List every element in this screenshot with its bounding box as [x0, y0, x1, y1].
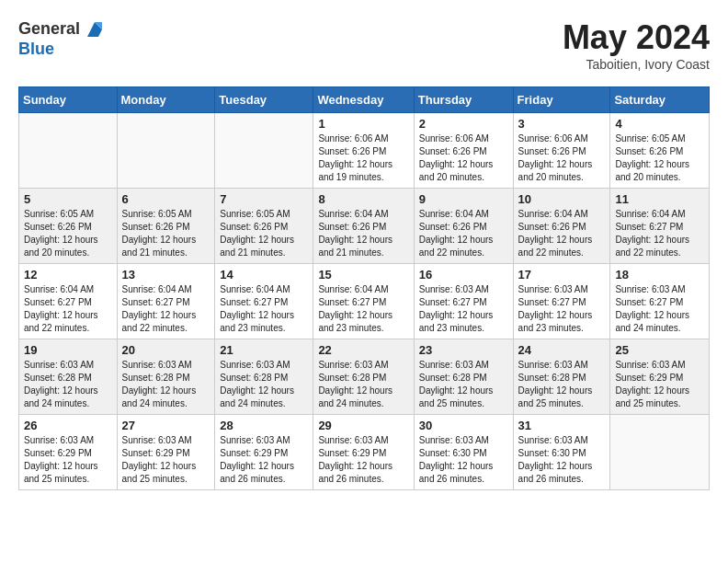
- day-info: Sunrise: 6:05 AM Sunset: 6:26 PM Dayligh…: [615, 132, 704, 184]
- calendar-cell: 18Sunrise: 6:03 AM Sunset: 6:27 PM Dayli…: [610, 264, 710, 339]
- day-number: 4: [615, 117, 704, 131]
- day-number: 20: [122, 343, 210, 357]
- calendar-cell: 16Sunrise: 6:03 AM Sunset: 6:27 PM Dayli…: [414, 264, 513, 339]
- day-info: Sunrise: 6:04 AM Sunset: 6:27 PM Dayligh…: [318, 283, 408, 335]
- calendar-cell: 28Sunrise: 6:03 AM Sunset: 6:29 PM Dayli…: [215, 415, 313, 490]
- day-number: 19: [24, 343, 112, 357]
- calendar-cell: 7Sunrise: 6:05 AM Sunset: 6:26 PM Daylig…: [215, 189, 313, 264]
- header: General Blue May 2024 Taboitien, Ivory C…: [18, 18, 710, 72]
- calendar-cell: 5Sunrise: 6:05 AM Sunset: 6:26 PM Daylig…: [19, 189, 118, 264]
- day-number: 21: [220, 343, 308, 357]
- day-info: Sunrise: 6:03 AM Sunset: 6:29 PM Dayligh…: [615, 359, 704, 410]
- day-info: Sunrise: 6:06 AM Sunset: 6:26 PM Dayligh…: [318, 132, 408, 184]
- day-number: 6: [122, 192, 210, 206]
- weekday-header-friday: Friday: [513, 87, 610, 113]
- day-info: Sunrise: 6:06 AM Sunset: 6:26 PM Dayligh…: [419, 132, 508, 184]
- calendar-week-row: 26Sunrise: 6:03 AM Sunset: 6:29 PM Dayli…: [19, 415, 710, 490]
- day-info: Sunrise: 6:04 AM Sunset: 6:26 PM Dayligh…: [318, 208, 408, 259]
- calendar-cell: 10Sunrise: 6:04 AM Sunset: 6:26 PM Dayli…: [513, 189, 610, 264]
- day-info: Sunrise: 6:03 AM Sunset: 6:30 PM Dayligh…: [518, 434, 606, 486]
- day-info: Sunrise: 6:06 AM Sunset: 6:26 PM Dayligh…: [518, 132, 606, 184]
- day-info: Sunrise: 6:03 AM Sunset: 6:30 PM Dayligh…: [419, 434, 508, 486]
- calendar-cell: [19, 113, 118, 189]
- day-info: Sunrise: 6:03 AM Sunset: 6:27 PM Dayligh…: [419, 283, 508, 335]
- day-number: 18: [615, 268, 704, 282]
- logo-general: General: [18, 20, 80, 39]
- day-info: Sunrise: 6:04 AM Sunset: 6:27 PM Dayligh…: [220, 283, 308, 335]
- day-number: 25: [615, 343, 704, 357]
- day-number: 13: [122, 268, 210, 282]
- day-info: Sunrise: 6:03 AM Sunset: 6:27 PM Dayligh…: [615, 283, 704, 335]
- day-info: Sunrise: 6:04 AM Sunset: 6:26 PM Dayligh…: [518, 208, 606, 259]
- page: General Blue May 2024 Taboitien, Ivory C…: [0, 0, 728, 509]
- calendar-cell: 6Sunrise: 6:05 AM Sunset: 6:26 PM Daylig…: [117, 189, 215, 264]
- day-number: 17: [518, 268, 606, 282]
- calendar-cell: 29Sunrise: 6:03 AM Sunset: 6:29 PM Dayli…: [313, 415, 414, 490]
- weekday-header-tuesday: Tuesday: [215, 87, 313, 113]
- calendar-cell: [215, 113, 313, 189]
- calendar-cell: 26Sunrise: 6:03 AM Sunset: 6:29 PM Dayli…: [19, 415, 118, 490]
- calendar-cell: 19Sunrise: 6:03 AM Sunset: 6:28 PM Dayli…: [19, 339, 118, 415]
- calendar-cell: 12Sunrise: 6:04 AM Sunset: 6:27 PM Dayli…: [19, 264, 118, 339]
- day-info: Sunrise: 6:03 AM Sunset: 6:29 PM Dayligh…: [220, 434, 308, 486]
- day-info: Sunrise: 6:03 AM Sunset: 6:28 PM Dayligh…: [518, 359, 606, 410]
- calendar-week-row: 5Sunrise: 6:05 AM Sunset: 6:26 PM Daylig…: [19, 189, 710, 264]
- day-number: 16: [419, 268, 508, 282]
- day-info: Sunrise: 6:04 AM Sunset: 6:27 PM Dayligh…: [24, 283, 112, 335]
- weekday-header-monday: Monday: [117, 87, 215, 113]
- calendar-cell: 27Sunrise: 6:03 AM Sunset: 6:29 PM Dayli…: [117, 415, 215, 490]
- calendar-cell: 23Sunrise: 6:03 AM Sunset: 6:28 PM Dayli…: [414, 339, 513, 415]
- calendar-cell: 15Sunrise: 6:04 AM Sunset: 6:27 PM Dayli…: [313, 264, 414, 339]
- day-number: 5: [24, 192, 112, 206]
- day-number: 12: [24, 268, 112, 282]
- day-number: 26: [24, 419, 112, 432]
- day-info: Sunrise: 6:04 AM Sunset: 6:26 PM Dayligh…: [419, 208, 508, 259]
- logo-blue: Blue: [18, 40, 106, 59]
- day-info: Sunrise: 6:03 AM Sunset: 6:28 PM Dayligh…: [220, 359, 308, 410]
- day-info: Sunrise: 6:03 AM Sunset: 6:28 PM Dayligh…: [122, 359, 210, 410]
- calendar-body: 1Sunrise: 6:06 AM Sunset: 6:26 PM Daylig…: [19, 113, 710, 490]
- day-number: 3: [518, 117, 606, 131]
- weekday-header-saturday: Saturday: [610, 87, 710, 113]
- calendar-cell: 25Sunrise: 6:03 AM Sunset: 6:29 PM Dayli…: [610, 339, 710, 415]
- calendar-cell: 11Sunrise: 6:04 AM Sunset: 6:27 PM Dayli…: [610, 189, 710, 264]
- calendar-cell: 14Sunrise: 6:04 AM Sunset: 6:27 PM Dayli…: [215, 264, 313, 339]
- calendar-cell: 4Sunrise: 6:05 AM Sunset: 6:26 PM Daylig…: [610, 113, 710, 189]
- calendar-cell: 9Sunrise: 6:04 AM Sunset: 6:26 PM Daylig…: [414, 189, 513, 264]
- day-number: 10: [518, 192, 606, 206]
- logo: General Blue: [18, 18, 106, 59]
- day-number: 30: [419, 419, 508, 432]
- calendar-week-row: 19Sunrise: 6:03 AM Sunset: 6:28 PM Dayli…: [19, 339, 710, 415]
- calendar-cell: 22Sunrise: 6:03 AM Sunset: 6:28 PM Dayli…: [313, 339, 414, 415]
- title-block: May 2024 Taboitien, Ivory Coast: [563, 18, 710, 72]
- calendar-cell: 3Sunrise: 6:06 AM Sunset: 6:26 PM Daylig…: [513, 113, 610, 189]
- calendar-cell: 20Sunrise: 6:03 AM Sunset: 6:28 PM Dayli…: [117, 339, 215, 415]
- logo-text: General Blue: [18, 18, 106, 59]
- location: Taboitien, Ivory Coast: [563, 57, 710, 72]
- weekday-header-thursday: Thursday: [414, 87, 513, 113]
- day-number: 7: [220, 192, 308, 206]
- day-info: Sunrise: 6:03 AM Sunset: 6:29 PM Dayligh…: [122, 434, 210, 486]
- weekday-header-wednesday: Wednesday: [313, 87, 414, 113]
- day-number: 29: [318, 419, 408, 432]
- day-number: 23: [419, 343, 508, 357]
- calendar-cell: 8Sunrise: 6:04 AM Sunset: 6:26 PM Daylig…: [313, 189, 414, 264]
- calendar-week-row: 12Sunrise: 6:04 AM Sunset: 6:27 PM Dayli…: [19, 264, 710, 339]
- day-number: 14: [220, 268, 308, 282]
- calendar-cell: 21Sunrise: 6:03 AM Sunset: 6:28 PM Dayli…: [215, 339, 313, 415]
- logo-icon: [84, 18, 106, 40]
- calendar-cell: 30Sunrise: 6:03 AM Sunset: 6:30 PM Dayli…: [414, 415, 513, 490]
- day-info: Sunrise: 6:03 AM Sunset: 6:27 PM Dayligh…: [518, 283, 606, 335]
- day-number: 27: [122, 419, 210, 432]
- weekday-header-row: SundayMondayTuesdayWednesdayThursdayFrid…: [19, 87, 710, 113]
- day-info: Sunrise: 6:03 AM Sunset: 6:29 PM Dayligh…: [318, 434, 408, 486]
- day-number: 11: [615, 192, 704, 206]
- day-number: 28: [220, 419, 308, 432]
- day-number: 9: [419, 192, 508, 206]
- day-info: Sunrise: 6:05 AM Sunset: 6:26 PM Dayligh…: [122, 208, 210, 259]
- calendar-cell: [117, 113, 215, 189]
- day-number: 22: [318, 343, 408, 357]
- day-info: Sunrise: 6:03 AM Sunset: 6:28 PM Dayligh…: [419, 359, 508, 410]
- day-info: Sunrise: 6:04 AM Sunset: 6:27 PM Dayligh…: [122, 283, 210, 335]
- day-number: 8: [318, 192, 408, 206]
